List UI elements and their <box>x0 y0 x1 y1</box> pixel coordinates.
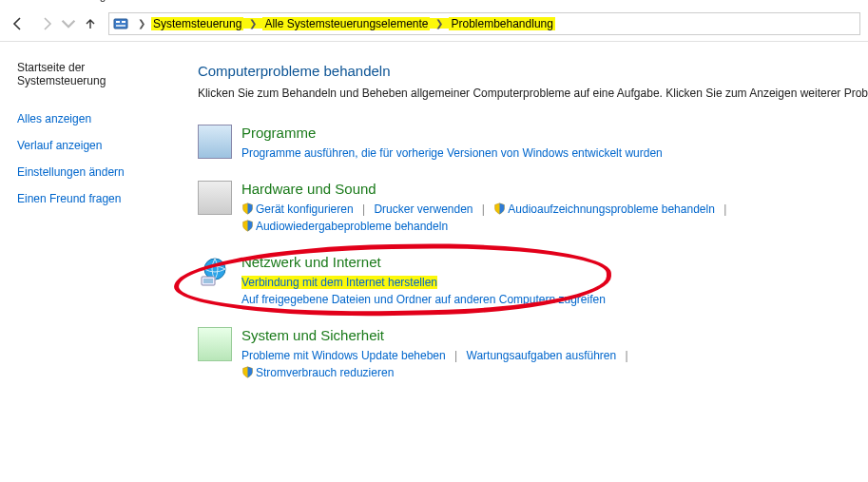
link-audio-recording[interactable]: Audioaufzeichnungsprobleme behandeln <box>508 202 715 216</box>
breadcrumb-item[interactable]: Problembehandlung <box>449 17 554 30</box>
shield-icon <box>493 202 506 215</box>
breadcrumb-item[interactable]: Systemsteuerung <box>151 17 243 30</box>
nav-bar: ❯ Systemsteuerung ❯ Alle Systemsteuerung… <box>0 6 868 42</box>
sidebar-link-show-all[interactable]: Alles anzeigen <box>17 112 152 125</box>
separator: | <box>626 349 628 362</box>
link-run-legacy-programs[interactable]: Programme ausführen, die für vorherige V… <box>241 146 663 160</box>
hardware-icon <box>198 181 232 215</box>
up-button[interactable] <box>76 10 105 38</box>
category-network: Netzwerk und Internet Verbindung mit dem… <box>198 254 868 308</box>
category-system: System und Sicherheit Probleme mit Windo… <box>198 327 868 381</box>
category-title-hardware[interactable]: Hardware und Sound <box>241 181 732 197</box>
shield-icon <box>241 366 254 378</box>
chevron-right-icon: ❯ <box>243 18 262 29</box>
svg-rect-0 <box>114 19 127 29</box>
link-configure-device[interactable]: Gerät konfigurieren <box>256 202 354 216</box>
link-power-consumption[interactable]: Stromverbrauch reduzieren <box>256 366 394 379</box>
control-panel-home-link[interactable]: Startseite der Systemsteuerung <box>17 61 152 87</box>
control-panel-icon <box>113 16 128 31</box>
recent-dropdown[interactable] <box>61 10 76 38</box>
system-icon <box>198 327 232 361</box>
forward-button[interactable] <box>32 10 61 38</box>
shield-icon <box>241 220 254 232</box>
link-use-printer[interactable]: Drucker verwenden <box>374 202 473 216</box>
category-title-network[interactable]: Netzwerk und Internet <box>241 254 606 270</box>
separator: | <box>723 202 726 216</box>
svg-rect-1 <box>116 21 120 23</box>
link-audio-playback[interactable]: Audiowiedergabeprobleme behandeln <box>256 220 448 233</box>
programs-icon <box>198 125 232 159</box>
category-title-system[interactable]: System und Sicherheit <box>241 327 634 343</box>
link-connect-internet[interactable]: Verbindung mit dem Internet herstellen <box>241 276 437 289</box>
page-title: Computerprobleme behandeln <box>198 63 868 79</box>
separator: | <box>454 349 457 362</box>
shield-icon <box>241 202 254 215</box>
sidebar-link-ask-friend[interactable]: Einen Freund fragen <box>17 192 152 205</box>
category-programs: Programme Programme ausführen, die für v… <box>198 125 868 162</box>
back-button[interactable] <box>4 10 32 38</box>
separator: | <box>362 202 365 216</box>
page-subtitle: Klicken Sie zum Behandeln und Beheben al… <box>198 87 868 100</box>
sidebar: Startseite der Systemsteuerung Alles anz… <box>0 42 169 482</box>
sidebar-link-settings[interactable]: Einstellungen ändern <box>17 165 152 179</box>
window-title-partial: Problembehandlung <box>4 0 106 2</box>
svg-rect-3 <box>116 25 125 27</box>
link-access-shared-files[interactable]: Auf freigegebene Dateien und Ordner auf … <box>241 293 606 306</box>
address-bar[interactable]: ❯ Systemsteuerung ❯ Alle Systemsteuerung… <box>108 12 860 35</box>
link-maintenance-tasks[interactable]: Wartungsaufgaben ausführen <box>467 349 617 362</box>
svg-rect-2 <box>122 21 125 23</box>
chevron-right-icon: ❯ <box>430 18 449 29</box>
chevron-right-icon: ❯ <box>132 18 151 29</box>
main-panel: Computerprobleme behandeln Klicken Sie z… <box>169 42 868 482</box>
link-windows-update[interactable]: Probleme mit Windows Update beheben <box>241 349 446 362</box>
category-hardware: Hardware und Sound Gerät konfigurieren |… <box>198 181 868 235</box>
category-title-programs[interactable]: Programme <box>241 125 663 141</box>
separator: | <box>482 202 485 216</box>
breadcrumb-item[interactable]: Alle Systemsteuerungselemente <box>262 17 430 30</box>
network-icon <box>198 254 232 288</box>
sidebar-link-history[interactable]: Verlauf anzeigen <box>17 139 152 152</box>
svg-rect-6 <box>203 279 213 283</box>
